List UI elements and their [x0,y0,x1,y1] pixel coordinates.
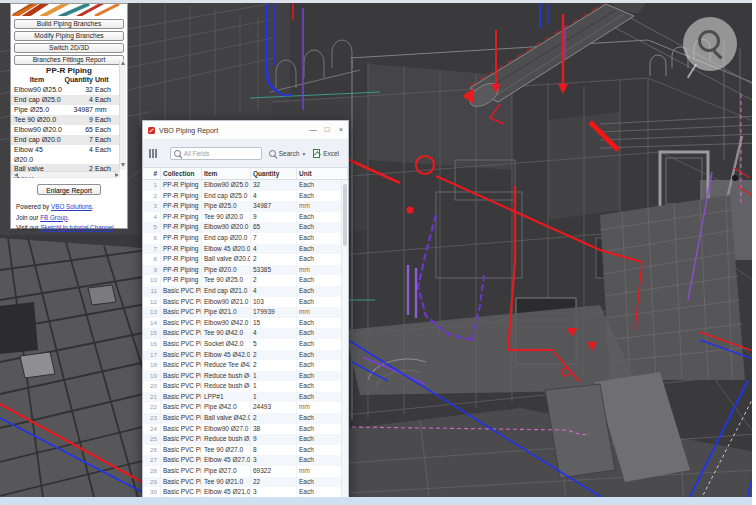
report-table-row[interactable]: 1 PP-R Piping Elbow90 Ø25.0 32 Each [143,180,348,191]
panel-action-button[interactable]: Branches Fittings Report [14,55,124,66]
report-table-row[interactable]: 13 Basic PVC Piping Pipe Ø21.0 179939 mm [143,307,348,318]
report-table-row[interactable]: 28 Basic PVC Piping Pipe Ø27.0 69322 mm [143,466,348,477]
dialog-titlebar[interactable]: VBO Piping Report —□× [143,121,348,140]
report-table-row[interactable]: 2 PP-R Piping End cap Ø25.0 4 Each [143,191,348,202]
collection-cell: PP-R Piping [161,222,202,233]
unit-cell: mm [93,105,119,115]
report-table-row[interactable]: 12 Basic PVC Piping Elbow90 Ø21.0 103 Ea… [143,297,348,308]
vbo-piping-report-dialog: VBO Piping Report —□× Search ▾ Excel [142,120,349,500]
excel-export-button[interactable]: Excel [313,149,339,158]
window-controls: —□× [306,121,348,139]
external-link[interactable]: SketchUp tutorial Channel [40,224,113,231]
external-link[interactable]: VBO Solutions [51,203,92,210]
panel-report-title: PP-R Piping [11,66,127,76]
quantity-cell: 34987 [63,105,93,115]
close-button[interactable]: × [334,121,348,139]
report-table-row[interactable]: 9 PP-R Piping Pipe Ø20.0 53385 mm [143,265,348,276]
panel-action-button[interactable]: Switch 2D/3D [14,43,124,54]
collection-cell: PP-R Piping [161,244,202,255]
report-table-row[interactable]: 6 PP-R Piping End cap Ø20.0 7 Each [143,233,348,244]
report-table-row[interactable]: 10 PP-R Piping Tee 90 Ø25.0 2 Each [143,275,348,286]
collection-cell: Basic PVC Piping [161,477,202,488]
report-table-row[interactable]: 22 Basic PVC Piping Pipe Ø42.0 24493 mm [143,402,348,413]
report-table-row[interactable]: 21 Basic PVC Piping LPP#1 1 Each [143,392,348,403]
item-cell: Reduce bush Ø4... [202,371,251,382]
report-table-row[interactable]: 5 PP-R Piping Elbow90 Ø20.0 65 Each [143,222,348,233]
plugin-banner-image [11,4,127,16]
row-number-cell: 25 [143,434,161,445]
minimize-button[interactable]: — [306,121,320,139]
panel-action-button[interactable]: Build Piping Branches [14,19,124,30]
report-table-row[interactable]: 7 PP-R Piping Elbow 45 Ø20.0 4 Each [143,244,348,255]
report-table-row[interactable]: 18 Basic PVC Piping Reduce Tee Ø42... 2 … [143,360,348,371]
columns-icon[interactable] [149,149,157,158]
collection-cell: Basic PVC Piping [161,286,202,297]
footer-link-line: Join our FB Group. [16,213,127,224]
collection-cell: PP-R Piping [161,254,202,265]
search-button[interactable]: Search ▾ [269,150,305,157]
search-input[interactable] [184,150,258,157]
panel-vertical-scrollbar[interactable] [119,60,126,170]
zoom-overlay-button[interactable] [683,17,737,71]
quantity-cell: 8 [251,445,297,456]
piping-plugin-panel: Build Piping BranchesModify Piping Branc… [10,3,128,229]
quantity-cell: 2 [251,350,297,361]
report-table-row[interactable]: 20 Basic PVC Piping Reduce bush Ø4... 1 … [143,381,348,392]
row-number-cell: 20 [143,381,161,392]
report-table-row[interactable]: 27 Basic PVC Piping Elbow 45 Ø27.0 3 Eac… [143,455,348,466]
report-table-row[interactable]: 23 Basic PVC Piping Ball valve Ø42.0 2 E… [143,413,348,424]
link-suffix-text: . [92,203,94,210]
column-quantity[interactable]: Quantity [251,168,297,179]
column-unit: Unit [93,76,119,85]
report-table-row[interactable]: 24 Basic PVC Piping Elbow90 Ø27.0 38 Eac… [143,424,348,435]
scroll-down-arrow-icon[interactable] [121,163,125,167]
row-number-cell: 27 [143,455,161,466]
report-table-row[interactable]: 29 Basic PVC Piping Tee 90 Ø21.0 22 Each [143,477,348,488]
item-cell: Elbow90 Ø25.0 [202,180,251,191]
report-table-row[interactable]: 16 Basic PVC Piping Socket Ø42.0 5 Each [143,339,348,350]
collection-cell: Basic PVC Piping [161,360,202,371]
maximize-button[interactable]: □ [320,121,334,139]
report-table-row[interactable]: 11 Basic PVC Piping End cap Ø21.0 4 Each [143,286,348,297]
excel-file-icon [313,149,320,158]
panel-report-row: End cap Ø25.0 4 Each [11,95,119,105]
report-table-row[interactable]: 26 Basic PVC Piping Tee 90 Ø27.0 8 Each [143,445,348,456]
item-cell: Pipe Ø25.0 [11,105,63,115]
column-unit[interactable]: Unit [297,168,348,179]
item-cell: Pipe Ø25.0 [202,201,251,212]
report-table-row[interactable]: 25 Basic PVC Piping Reduce bush Ø2... 9 … [143,434,348,445]
collection-cell: Basic PVC Piping [161,339,202,350]
panel-horizontal-scrollbar[interactable] [13,171,120,177]
row-number-cell: 23 [143,413,161,424]
column-number[interactable]: # [143,168,161,179]
report-table-row[interactable]: 14 Basic PVC Piping Elbow90 Ø42.0 15 Eac… [143,318,348,329]
report-table-row[interactable]: 17 Basic PVC Piping Elbow 45 Ø42.0 2 Eac… [143,350,348,361]
quantity-cell: 2 [251,360,297,371]
frame-strip-right [752,0,756,505]
report-table-row[interactable]: 15 Basic PVC Piping Tee 90 Ø42.0 4 Each [143,328,348,339]
panel-action-button[interactable]: Modify Piping Branches [14,31,124,42]
scroll-up-arrow-icon[interactable] [121,61,125,65]
column-collection[interactable]: Collection [161,168,202,179]
collection-cell: PP-R Piping [161,180,202,191]
enlarge-report-button[interactable]: Enlarge Report [37,184,101,195]
report-table-row[interactable]: 4 PP-R Piping Tee 90 Ø20.0 9 Each [143,212,348,223]
collection-cell: Basic PVC Piping [161,350,202,361]
row-number-cell: 19 [143,371,161,382]
dialog-vertical-scrollbar[interactable] [341,180,348,498]
external-link[interactable]: FB Group [40,214,67,221]
report-table-row[interactable]: 8 PP-R Piping Ball valve Ø20.0 2 Each [143,254,348,265]
item-cell: End cap Ø25.0 [202,191,251,202]
report-table-row[interactable]: 19 Basic PVC Piping Reduce bush Ø4... 1 … [143,371,348,382]
search-box[interactable] [170,147,262,160]
collection-cell: Basic PVC Piping [161,413,202,424]
scroll-right-arrow-icon[interactable] [115,173,119,177]
panel-footer-links: Powered by VBO Solutions. Join our FB Gr… [11,202,127,234]
report-table-row[interactable]: 3 PP-R Piping Pipe Ø25.0 34987 mm [143,201,348,212]
item-cell: Tee 90 Ø27.0 [202,445,251,456]
column-item[interactable]: Item [202,168,251,179]
quantity-cell: 4 [251,191,297,202]
scroll-left-arrow-icon[interactable] [14,173,18,177]
search-button-label: Search [279,150,300,157]
quantity-cell: 7 [251,233,297,244]
